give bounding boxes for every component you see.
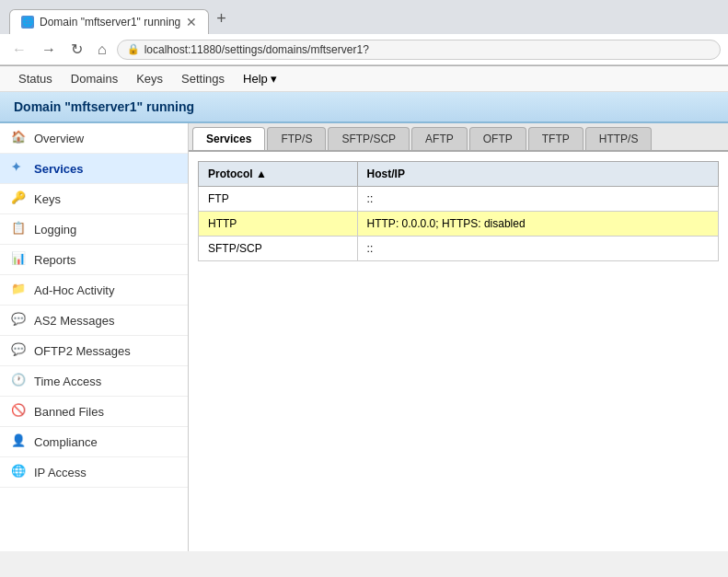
sidebar-label-timeaccess: Time Access [34,375,101,388]
sidebar-item-logging[interactable]: 📋 Logging [0,214,188,245]
tab-aftp[interactable]: AFTP [411,127,468,150]
app-nav: Status Domains Keys Settings Help ▾ [0,66,728,92]
sidebar-item-keys[interactable]: 🔑 Keys [0,184,188,214]
sidebar-label-adhoc: Ad-Hoc Activity [34,283,114,297]
sidebar-label-as2: AS2 Messages [34,314,114,328]
sidebar-item-as2[interactable]: 💬 AS2 Messages [0,306,188,336]
banned-icon: 🚫 [11,403,28,420]
cell-hostip: HTTP: 0.0.0.0; HTTPS: disabled [357,212,718,237]
browser-chrome: 🌐 Domain "mftserver1" running ✕ + ← → ↻ … [0,0,728,66]
services-icon: ✦ [11,160,28,177]
sidebar-item-ipaccess[interactable]: 🌐 IP Access [0,457,188,488]
help-label: Help [243,72,268,86]
help-arrow: ▾ [271,72,277,86]
forward-button[interactable]: → [37,40,61,60]
tab-favicon: 🌐 [21,16,34,29]
table-row[interactable]: FTP :: [199,187,719,212]
sidebar-item-adhoc[interactable]: 📁 Ad-Hoc Activity [0,275,188,306]
sidebar-label-overview: Overview [34,132,84,145]
sidebar-label-compliance: Compliance [34,435,98,449]
sidebar-item-overview[interactable]: 🏠 Overview [0,123,188,154]
keys-icon: 🔑 [11,190,28,207]
col-protocol[interactable]: Protocol ▲ [199,162,358,187]
new-tab-button[interactable]: + [209,6,234,32]
content-tabs: Services FTP/S SFTP/SCP AFTP OFTP TFTP H… [189,123,728,152]
nav-help[interactable]: Help ▾ [243,72,277,86]
tab-close-button[interactable]: ✕ [186,15,197,29]
tab-services[interactable]: Services [192,127,265,150]
lock-icon: 🔒 [127,43,140,55]
cell-protocol: SFTP/SCP [199,237,358,261]
home-button[interactable]: ⌂ [93,40,111,60]
tab-tftp[interactable]: TFTP [528,127,584,150]
cell-protocol: HTTP [199,212,358,237]
page-title: Domain "mftserver1" running [14,99,714,114]
as2-icon: 💬 [11,312,28,329]
tab-ftps[interactable]: FTP/S [267,127,326,150]
tab-bar: 🌐 Domain "mftserver1" running ✕ + [0,0,728,34]
sidebar-label-oftp2: OFTP2 Messages [34,344,131,358]
table-row[interactable]: SFTP/SCP :: [199,237,719,261]
sidebar: 🏠 Overview ✦ Services 🔑 Keys 📋 Logging 📊… [0,123,189,551]
tab-title: Domain "mftserver1" running [40,16,180,29]
sidebar-label-logging: Logging [34,223,76,237]
compliance-icon: 👤 [11,433,28,450]
logging-icon: 📋 [11,221,28,237]
services-table: Protocol ▲ Host/IP FTP :: HTTP HTTP: 0.0… [198,161,719,261]
adhoc-icon: 📁 [11,282,28,298]
reports-icon: 📊 [11,251,28,268]
sidebar-item-reports[interactable]: 📊 Reports [0,245,188,275]
main-layout: 🏠 Overview ✦ Services 🔑 Keys 📋 Logging 📊… [0,123,728,551]
url-text: localhost:11880/settings/domains/mftserv… [144,43,369,56]
sidebar-label-keys: Keys [34,192,61,206]
back-button[interactable]: ← [7,40,31,60]
cell-protocol: FTP [199,187,358,212]
nav-keys[interactable]: Keys [136,72,163,86]
nav-settings[interactable]: Settings [181,72,225,86]
sidebar-label-ipaccess: IP Access [34,466,87,479]
col-hostip: Host/IP [357,162,718,187]
cell-hostip: :: [357,187,718,212]
nav-domains[interactable]: Domains [71,72,118,86]
oftp2-icon: 💬 [11,342,28,359]
content-area: Services FTP/S SFTP/SCP AFTP OFTP TFTP H… [189,123,728,551]
sidebar-item-compliance[interactable]: 👤 Compliance [0,427,188,457]
address-bar: ← → ↻ ⌂ 🔒 localhost:11880/settings/domai… [0,34,728,65]
sidebar-item-services[interactable]: ✦ Services [0,154,188,184]
sidebar-label-reports: Reports [34,253,76,267]
tab-sftpscp[interactable]: SFTP/SCP [328,127,410,150]
timeaccess-icon: 🕐 [11,373,28,389]
table-area: Protocol ▲ Host/IP FTP :: HTTP HTTP: 0.0… [189,152,728,551]
browser-tab[interactable]: 🌐 Domain "mftserver1" running ✕ [9,9,209,34]
sidebar-item-oftp2[interactable]: 💬 OFTP2 Messages [0,336,188,366]
sidebar-item-banned[interactable]: 🚫 Banned Files [0,397,188,427]
sidebar-label-banned: Banned Files [34,405,104,419]
sidebar-item-timeaccess[interactable]: 🕐 Time Access [0,366,188,397]
nav-status[interactable]: Status [18,72,52,86]
cell-hostip: :: [357,237,718,261]
tab-oftp[interactable]: OFTP [469,127,526,150]
overview-icon: 🏠 [11,130,28,146]
ipaccess-icon: 🌐 [11,464,28,480]
tab-https[interactable]: HTTP/S [585,127,653,150]
sidebar-label-services: Services [34,162,84,176]
page-header: Domain "mftserver1" running [0,92,728,123]
url-input[interactable]: 🔒 localhost:11880/settings/domains/mftse… [117,40,721,60]
table-row[interactable]: HTTP HTTP: 0.0.0.0; HTTPS: disabled [199,212,719,237]
reload-button[interactable]: ↻ [66,39,87,60]
